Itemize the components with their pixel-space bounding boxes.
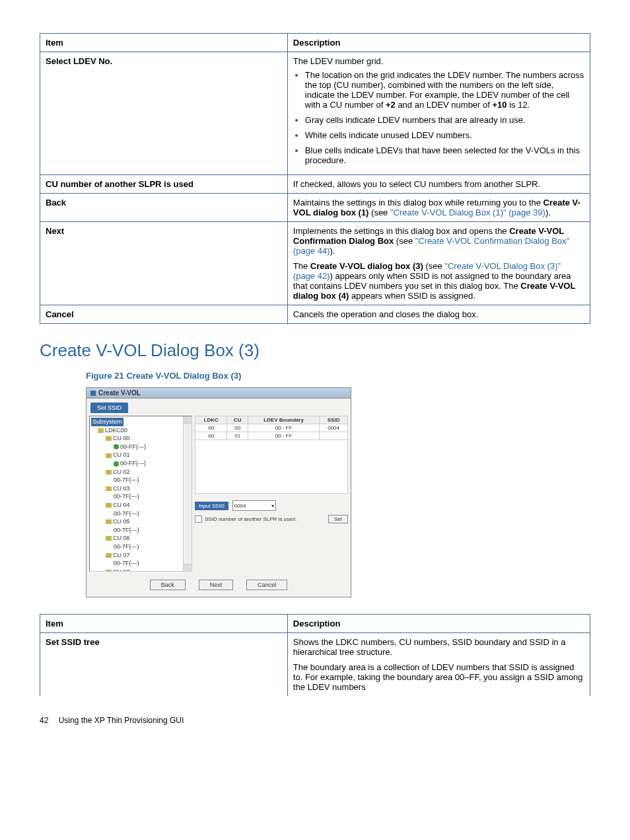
grid-header: LDEV Boundary — [248, 416, 320, 424]
section-heading: Create V-VOL Dialog Box (3) — [40, 340, 590, 361]
folder-icon — [106, 553, 112, 558]
slpr-checkbox[interactable] — [195, 515, 202, 523]
tree-label: 00-FF(---) — [120, 460, 146, 467]
bold-text: +2 — [386, 100, 396, 110]
leaf-icon — [114, 444, 119, 449]
text: Implements the settings in this dialog b… — [293, 226, 509, 236]
tree-node-ldkc[interactable]: LDKC00 — [91, 426, 190, 435]
tree-label: 00-7F(---) — [114, 477, 139, 483]
tree-leaf[interactable]: 00-FF(---) — [91, 459, 190, 468]
grid-header: LDKC — [195, 416, 227, 424]
tree-leaf[interactable]: 00-7F(---) — [91, 559, 190, 568]
tree-pane[interactable]: Subsystem LDKC00 CU 00 00-FF(---) CU 01 … — [89, 416, 192, 572]
chevron-down-icon: ▾ — [271, 503, 274, 509]
scrollbar[interactable] — [183, 416, 192, 571]
grid-header: CU — [227, 416, 248, 424]
tree-node-cu[interactable]: CU 02 — [91, 468, 190, 477]
text: (see — [368, 208, 390, 217]
dialog-title: Create V-VOL — [98, 389, 141, 397]
text: ). — [330, 246, 335, 256]
desc-cell: The LDEV number grid. The location on th… — [287, 52, 590, 175]
desc-cell: Shows the LDKC numbers, CU numbers, SSID… — [287, 633, 590, 697]
table-row: Back Maintains the settings in this dial… — [40, 194, 590, 222]
scroll-up-icon[interactable] — [184, 416, 192, 424]
tree-node-cu[interactable]: CU 04 — [91, 501, 190, 510]
tree-label: CU 06 — [113, 535, 130, 541]
list-item: Blue cells indicate LDEVs that have been… — [305, 145, 584, 165]
scroll-down-icon[interactable] — [184, 564, 192, 571]
tree-label: 00-7F(---) — [114, 510, 139, 517]
paragraph: Implements the settings in this dialog b… — [293, 226, 584, 256]
tree-node-cu[interactable]: CU 07 — [91, 551, 190, 560]
text: ). — [545, 208, 551, 217]
tree-label: 00-7F(---) — [114, 527, 139, 533]
list-item: Gray cells indicate LDEV numbers that ar… — [305, 115, 584, 125]
item-cell: CU number of another SLPR is used — [40, 175, 288, 194]
table-row: Cancel Cancels the operation and closes … — [40, 305, 590, 324]
tree-leaf[interactable]: 00-7F(---) — [91, 526, 190, 535]
table-row: Set SSID tree Shows the LDKC numbers, CU… — [40, 633, 590, 697]
tree-label: 00-7F(---) — [114, 543, 139, 550]
desc-cell: Cancels the operation and closes the dia… — [287, 305, 590, 324]
text: Maintains the settings in this dialog bo… — [293, 198, 543, 208]
next-button[interactable]: Next — [199, 580, 234, 590]
grid-cell: 01 — [227, 432, 248, 440]
grid-cell: 00 - FF — [248, 424, 320, 432]
slpr-checkbox-label: SSID number of another SLPR is used. — [205, 516, 297, 522]
col-header-item: Item — [40, 615, 288, 633]
folder-icon — [106, 453, 112, 458]
text: (see — [394, 236, 415, 246]
footer-title: Using the XP Thin Provisioning GUI — [59, 716, 184, 725]
folder-icon — [98, 428, 104, 433]
folder-icon — [106, 470, 112, 475]
col-header-description: Description — [287, 615, 590, 633]
desc-cell: Maintains the settings in this dialog bo… — [287, 194, 590, 222]
grid-cell: 00 — [195, 432, 227, 440]
tree-node-cu[interactable]: CU 01 — [91, 451, 190, 459]
back-button[interactable]: Back — [150, 580, 186, 590]
grid-row[interactable]: 00 00 00 - FF 0004 — [195, 424, 348, 432]
window-icon — [90, 391, 96, 396]
tree-node-cu[interactable]: CU 03 — [91, 484, 190, 493]
input-ssid-row: Input SSID 0004▾ — [195, 500, 348, 511]
desc-cell: Implements the settings in this dialog b… — [287, 222, 590, 305]
ssid-grid[interactable]: LDKC CU LDEV Boundary SSID 00 00 00 - FF… — [195, 416, 348, 440]
tree-node-cu[interactable]: CU 00 — [91, 434, 190, 443]
ssid-select[interactable]: 0004▾ — [232, 500, 276, 511]
set-button[interactable]: Set — [328, 515, 348, 523]
tree-node-cu[interactable]: CU 05 — [91, 517, 190, 526]
cross-ref-link[interactable]: "Create V-VOL Dialog Box (1)" (page 39) — [390, 208, 545, 217]
tree-root[interactable]: Subsystem — [91, 418, 190, 426]
bold-text: +10 — [492, 100, 507, 110]
properties-table-1: Item Description Select LDEV No. The LDE… — [40, 33, 590, 324]
tree-leaf[interactable]: 00-FF(---) — [91, 443, 190, 451]
paragraph: The Create V-VOL dialog box (3) (see "Cr… — [293, 261, 584, 301]
tree-label: CU 07 — [113, 552, 130, 558]
table-row: CU number of another SLPR is used If che… — [40, 175, 590, 194]
tree-leaf[interactable]: 00-7F(---) — [91, 476, 190, 484]
item-cell: Next — [40, 222, 288, 305]
tree-leaf[interactable]: 00-7F(---) — [91, 492, 190, 501]
tree-node-cu[interactable]: CU 08 — [91, 568, 190, 572]
item-cell: Select LDEV No. — [40, 52, 288, 175]
grid-header: SSID — [320, 416, 348, 424]
tree-label: CU 03 — [113, 485, 130, 492]
grid-empty-area — [195, 440, 348, 494]
paragraph: The boundary area is a collection of LDE… — [293, 662, 584, 692]
tree-label: 00-FF(---) — [120, 443, 146, 450]
grid-row[interactable]: 00 01 00 - FF — [195, 432, 348, 440]
tab-set-ssid[interactable]: Set SSID — [90, 402, 128, 413]
folder-icon — [106, 436, 112, 441]
tree-node-cu[interactable]: CU 06 — [91, 534, 190, 543]
cancel-button[interactable]: Cancel — [246, 580, 287, 590]
tree-label: 00-7F(---) — [114, 560, 139, 566]
tree-leaf[interactable]: 00-7F(---) — [91, 510, 190, 518]
tree-label: LDKC00 — [105, 427, 127, 434]
table-row: Select LDEV No. The LDEV number grid. Th… — [40, 52, 590, 175]
folder-icon — [106, 519, 112, 524]
tree-leaf[interactable]: 00-7F(---) — [91, 543, 190, 551]
desc-bullets: The location on the grid indicates the L… — [293, 70, 584, 165]
list-item: The location on the grid indicates the L… — [305, 70, 584, 110]
right-pane: LDKC CU LDEV Boundary SSID 00 00 00 - FF… — [195, 416, 348, 572]
folder-icon — [106, 486, 112, 491]
